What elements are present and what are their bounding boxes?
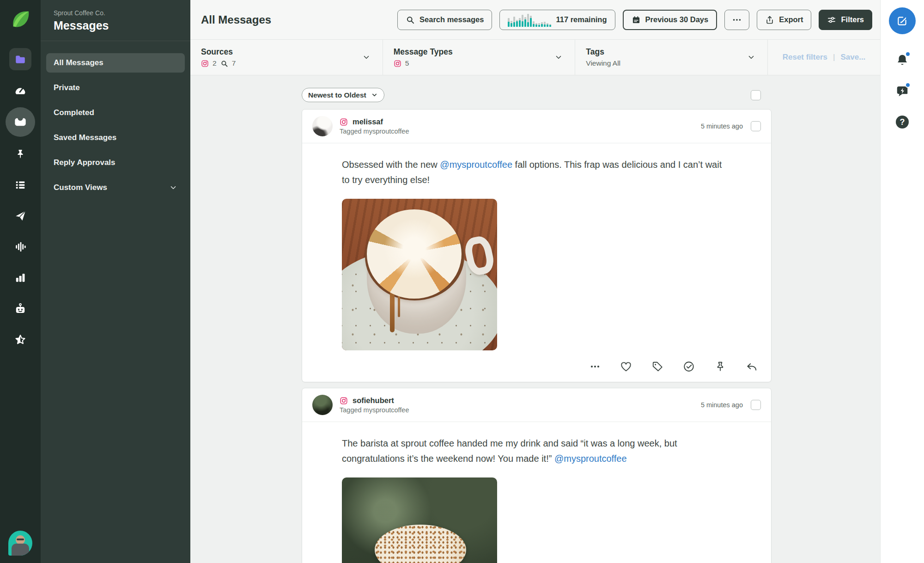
message-types-label: Message Types (394, 47, 453, 57)
filters-button[interactable]: Filters (819, 10, 872, 30)
sidebar-item-all-messages[interactable]: All Messages (46, 53, 185, 73)
check-circle-icon (683, 361, 695, 373)
pin-button[interactable] (714, 361, 726, 373)
notifications-button[interactable] (893, 51, 912, 69)
chevron-down-icon (554, 53, 563, 61)
pushpin-icon (714, 361, 726, 373)
tagged-label: Tagged mysproutcoffee (340, 406, 409, 414)
tagged-label: Tagged mysproutcoffee (340, 128, 409, 135)
nav-label: Saved Messages (54, 133, 116, 142)
message-volume-histogram (508, 13, 551, 27)
rail-item-folders[interactable] (9, 48, 31, 70)
chevron-down-icon (362, 53, 371, 61)
sidebar-item-private[interactable]: Private (46, 78, 185, 98)
search-label: Search messages (419, 15, 484, 24)
sidebar-title: Messages (54, 19, 177, 32)
message-photo[interactable] (342, 477, 497, 563)
instagram-icon (340, 397, 348, 405)
sprout-logo-icon[interactable] (10, 8, 31, 31)
tag-icon (651, 361, 663, 373)
rail-item-publishing[interactable] (7, 205, 33, 227)
message-card: melissaf Tagged mysproutcoffee 5 minutes… (302, 109, 772, 382)
tags-label: Tags (586, 47, 620, 57)
like-button[interactable] (620, 361, 632, 373)
sidebar-item-custom-views[interactable]: Custom Views (46, 178, 185, 197)
export-button[interactable]: Export (757, 10, 811, 30)
sidebar-header: Sprout Coffee Co. Messages (41, 0, 190, 41)
mention-link[interactable]: @mysproutcoffee (554, 453, 627, 464)
sidebar-item-reply-approvals[interactable]: Reply Approvals (46, 153, 185, 172)
instagram-icon (394, 60, 401, 67)
sidebar-item-completed[interactable]: Completed (46, 103, 185, 122)
complete-button[interactable] (683, 361, 695, 373)
pushpin-icon (15, 148, 26, 159)
rail-item-reviews[interactable] (7, 329, 33, 351)
photo-whipped-cream (367, 209, 462, 299)
timestamp: 5 minutes ago (701, 122, 743, 130)
date-range-label: Previous 30 Days (645, 15, 709, 24)
nav-label: All Messages (54, 58, 103, 67)
export-label: Export (779, 15, 803, 24)
sliders-icon (827, 15, 836, 24)
message-text: Obsessed with the new @mysproutcoffee fa… (342, 157, 730, 188)
bot-icon (14, 303, 26, 315)
message-list: Newest to Oldest melissaf (190, 75, 880, 563)
help-button[interactable]: ? (893, 113, 912, 131)
sender-username[interactable]: sofiehubert (353, 396, 394, 405)
rail-item-tasks[interactable] (7, 174, 33, 196)
account-name: Sprout Coffee Co. (54, 9, 177, 17)
sidebar-item-saved-messages[interactable]: Saved Messages (46, 128, 185, 147)
tags-filter[interactable]: Tags Viewing All (575, 40, 768, 75)
search-icon (406, 15, 415, 24)
bar-chart-icon (14, 272, 26, 284)
message-card-header: melissaf Tagged mysproutcoffee 5 minutes… (302, 110, 771, 143)
message-types-filter[interactable]: Message Types 5 (383, 40, 576, 75)
rail-item-dashboard[interactable] (7, 79, 33, 101)
rail-item-pinned[interactable] (7, 143, 33, 165)
sender-username[interactable]: melissaf (353, 117, 383, 126)
star-icon (14, 334, 26, 346)
rail-item-automation[interactable] (7, 298, 33, 320)
search-messages-button[interactable]: Search messages (397, 10, 492, 30)
compose-icon (896, 15, 908, 27)
queue-list-icon (14, 179, 26, 191)
avatar-glasses (17, 539, 24, 540)
save-view-link[interactable]: Save... (840, 53, 865, 62)
toolbar: Search messages 117 remaining (397, 10, 872, 30)
user-avatar[interactable] (8, 531, 32, 556)
more-actions-button[interactable] (590, 361, 601, 372)
ellipsis-icon (590, 361, 601, 372)
chevron-down-icon (371, 92, 378, 98)
calendar-icon (632, 15, 641, 24)
rail-item-reports[interactable] (7, 267, 33, 289)
more-options-button[interactable] (724, 10, 749, 30)
ellipsis-icon (732, 15, 742, 25)
help-glyph: ? (900, 117, 905, 127)
messages-sidebar: Sprout Coffee Co. Messages All Messages … (41, 0, 190, 563)
tag-button[interactable] (651, 361, 663, 373)
message-card-header: sofiehubert Tagged mysproutcoffee 5 minu… (302, 388, 771, 422)
message-text-pre: The barista at sprout coffee handed me m… (342, 438, 677, 464)
sources-instagram-count: 2 (213, 59, 217, 67)
main-header: All Messages Search messages 117 remaini… (190, 0, 880, 40)
rail-item-inbox[interactable] (6, 107, 35, 137)
sort-order-dropdown[interactable]: Newest to Oldest (302, 88, 384, 102)
message-photo[interactable] (342, 199, 497, 350)
sender-avatar[interactable] (312, 116, 333, 136)
compose-button[interactable] (889, 7, 916, 34)
message-volume-button[interactable]: 117 remaining (499, 10, 615, 30)
date-range-button[interactable]: Previous 30 Days (623, 10, 717, 30)
instagram-icon (340, 118, 348, 126)
message-text-pre: Obsessed with the new (342, 159, 440, 170)
feedback-button[interactable] (893, 82, 912, 100)
reply-button[interactable] (746, 361, 758, 373)
mention-link[interactable]: @mysproutcoffee (440, 159, 512, 170)
select-all-checkbox[interactable] (751, 90, 761, 100)
sources-filter[interactable]: Sources 2 7 (190, 40, 383, 75)
reset-filters-link[interactable]: Reset filters (783, 53, 827, 62)
message-checkbox[interactable] (751, 121, 761, 131)
message-checkbox[interactable] (751, 400, 761, 410)
nav-label: Reply Approvals (54, 158, 116, 167)
sender-avatar[interactable] (312, 395, 333, 415)
rail-item-listening[interactable] (7, 236, 33, 258)
